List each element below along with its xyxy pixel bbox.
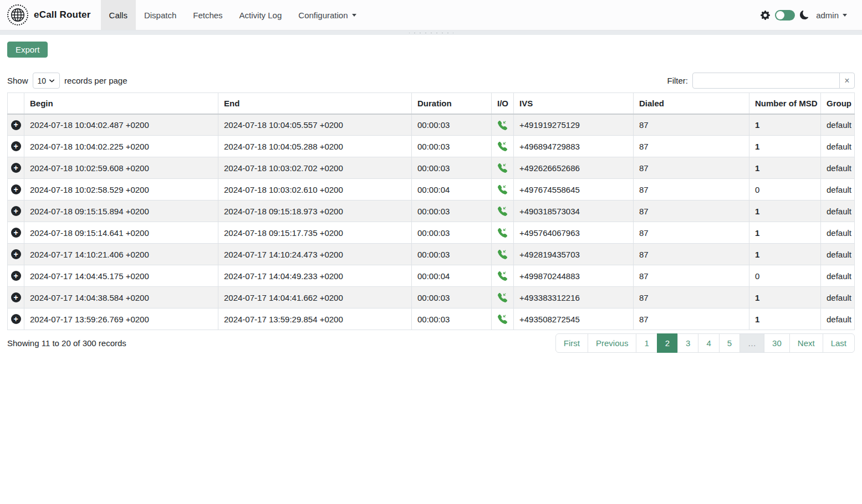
expand-row-button[interactable]: + bbox=[11, 163, 21, 173]
table-row: +2024-07-17 14:04:38.584 +02002024-07-17… bbox=[8, 287, 855, 308]
group-cell: default bbox=[821, 244, 855, 265]
page-link-30[interactable]: 30 bbox=[764, 333, 790, 353]
table-row: +2024-07-17 14:04:45.175 +02002024-07-17… bbox=[8, 265, 855, 287]
brand[interactable]: eCall Router bbox=[7, 0, 101, 30]
duration-cell: 00:00:03 bbox=[412, 244, 492, 265]
page-link-first[interactable]: First bbox=[555, 333, 588, 353]
page-link-3[interactable]: 3 bbox=[677, 333, 698, 353]
main-content: Export Show 10 records per page Filter: … bbox=[0, 35, 862, 353]
io-cell bbox=[492, 157, 514, 179]
expand-row-button[interactable]: + bbox=[11, 184, 21, 194]
nav-item-activity-log[interactable]: Activity Log bbox=[231, 0, 290, 30]
expand-row-button[interactable]: + bbox=[11, 292, 21, 302]
ivs-cell: +496894729883 bbox=[514, 136, 634, 157]
group-cell: default bbox=[821, 136, 855, 157]
show-label: Show bbox=[7, 76, 28, 85]
drag-handle-icon[interactable] bbox=[409, 31, 453, 35]
gear-icon bbox=[761, 11, 770, 20]
close-icon: × bbox=[844, 76, 849, 85]
column-header-begin: Begin bbox=[24, 93, 218, 114]
io-cell bbox=[492, 265, 514, 287]
expand-row-button[interactable]: + bbox=[11, 120, 21, 130]
expand-row-button[interactable]: + bbox=[11, 271, 21, 281]
table-footer: Showing 11 to 20 of 300 records FirstPre… bbox=[7, 333, 855, 353]
ivs-cell: +493383312216 bbox=[514, 287, 634, 308]
records-per-page-label: records per page bbox=[64, 76, 127, 85]
msd-cell: 1 bbox=[749, 244, 821, 265]
phone-incoming-icon bbox=[498, 250, 507, 259]
filter-control: Filter: × bbox=[667, 73, 855, 89]
dialed-cell: 87 bbox=[634, 200, 749, 222]
main-nav: CallsDispatchFetchesActivity LogConfigur… bbox=[101, 0, 365, 30]
phone-incoming-icon bbox=[498, 315, 507, 324]
group-cell: default bbox=[821, 114, 855, 136]
filter-label: Filter: bbox=[667, 76, 688, 85]
phone-incoming-icon bbox=[498, 142, 507, 151]
ivs-cell: +495764067963 bbox=[514, 222, 634, 244]
filter-input[interactable] bbox=[692, 73, 840, 89]
chevron-down-icon bbox=[49, 78, 55, 84]
globe-icon bbox=[11, 8, 24, 22]
page-link-previous[interactable]: Previous bbox=[588, 333, 636, 353]
table-row: +2024-07-18 09:15:14.641 +02002024-07-18… bbox=[8, 222, 855, 244]
page-length-select[interactable]: 10 bbox=[33, 73, 60, 89]
table-row: +2024-07-18 10:02:58.529 +02002024-07-18… bbox=[8, 179, 855, 200]
duration-cell: 00:00:04 bbox=[412, 179, 492, 200]
column-header-ivs: IVS bbox=[514, 93, 634, 114]
table-row: +2024-07-18 09:15:15.894 +02002024-07-18… bbox=[8, 200, 855, 222]
duration-cell: 00:00:03 bbox=[412, 200, 492, 222]
dialed-cell: 87 bbox=[634, 222, 749, 244]
nav-item-configuration[interactable]: Configuration bbox=[290, 0, 364, 30]
calls-table: BeginEndDurationI/OIVSDialedNumber of MS… bbox=[7, 92, 855, 330]
table-controls: Show 10 records per page Filter: × bbox=[7, 73, 855, 89]
column-header-end: End bbox=[218, 93, 412, 114]
column-header-expand bbox=[8, 93, 24, 114]
page-link-4[interactable]: 4 bbox=[698, 333, 719, 353]
page-link-last[interactable]: Last bbox=[823, 333, 855, 353]
page-link-next[interactable]: Next bbox=[789, 333, 823, 353]
group-cell: default bbox=[821, 200, 855, 222]
filter-clear-button[interactable]: × bbox=[839, 73, 855, 89]
nav-item-label: Configuration bbox=[298, 11, 348, 20]
page-link-5[interactable]: 5 bbox=[719, 333, 740, 353]
expand-row-button[interactable]: + bbox=[11, 228, 21, 238]
nav-item-calls[interactable]: Calls bbox=[101, 0, 136, 30]
moon-icon bbox=[800, 11, 809, 19]
theme-toggle[interactable] bbox=[775, 10, 795, 20]
expand-row-button[interactable]: + bbox=[11, 141, 21, 151]
export-button[interactable]: Export bbox=[7, 42, 48, 58]
column-header-duration: Duration bbox=[412, 93, 492, 114]
user-menu[interactable]: admin bbox=[816, 11, 847, 20]
io-cell bbox=[492, 114, 514, 136]
nav-item-label: Calls bbox=[109, 11, 127, 20]
navbar: eCall Router CallsDispatchFetchesActivit… bbox=[0, 0, 862, 30]
page-length-value: 10 bbox=[38, 76, 47, 85]
page-link-2[interactable]: 2 bbox=[657, 333, 678, 353]
phone-incoming-icon bbox=[498, 228, 507, 238]
dialed-cell: 87 bbox=[634, 114, 749, 136]
end-cell: 2024-07-18 10:04:05.288 +0200 bbox=[218, 136, 412, 157]
table-row: +2024-07-18 10:02:59.608 +02002024-07-18… bbox=[8, 157, 855, 179]
expand-row-button[interactable]: + bbox=[11, 249, 21, 259]
dialed-cell: 87 bbox=[634, 287, 749, 308]
nav-item-dispatch[interactable]: Dispatch bbox=[136, 0, 185, 30]
io-cell bbox=[492, 244, 514, 265]
end-cell: 2024-07-18 09:15:17.735 +0200 bbox=[218, 222, 412, 244]
ivs-cell: +497674558645 bbox=[514, 179, 634, 200]
expand-row-button[interactable]: + bbox=[11, 314, 21, 324]
begin-cell: 2024-07-18 10:02:58.529 +0200 bbox=[24, 179, 218, 200]
nav-item-label: Dispatch bbox=[144, 11, 176, 20]
io-cell bbox=[492, 287, 514, 308]
msd-cell: 1 bbox=[749, 157, 821, 179]
column-header-number-of-msd: Number of MSD bbox=[749, 93, 821, 114]
begin-cell: 2024-07-17 14:10:21.406 +0200 bbox=[24, 244, 218, 265]
ivs-cell: +490318573034 bbox=[514, 200, 634, 222]
page-link-1[interactable]: 1 bbox=[636, 333, 657, 353]
group-cell: default bbox=[821, 308, 855, 330]
begin-cell: 2024-07-18 09:15:14.641 +0200 bbox=[24, 222, 218, 244]
expand-row-button[interactable]: + bbox=[11, 206, 21, 216]
nav-item-fetches[interactable]: Fetches bbox=[185, 0, 231, 30]
chevron-down-icon bbox=[843, 14, 847, 17]
end-cell: 2024-07-17 13:59:29.854 +0200 bbox=[218, 308, 412, 330]
duration-cell: 00:00:03 bbox=[412, 114, 492, 136]
